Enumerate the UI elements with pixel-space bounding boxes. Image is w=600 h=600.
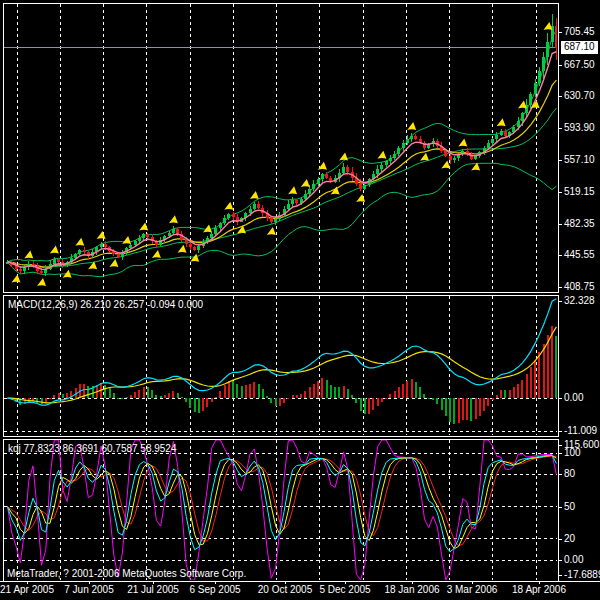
current-price-label: 687.10 bbox=[561, 41, 598, 54]
metatrader-chart-window: MACD(12,26,9) 26.210 26.257 -0.094 0.000… bbox=[0, 0, 600, 600]
macd-indicator-label: MACD(12,26,9) 26.210 26.257 -0.094 0.000 bbox=[8, 299, 203, 310]
copyright-text: MetaTrader, ? 2001-2006 MetaQuotes Softw… bbox=[7, 568, 246, 579]
kdj-indicator-label: kdj 77.8323 86.3691 60.7587 58.9524 bbox=[8, 443, 177, 454]
